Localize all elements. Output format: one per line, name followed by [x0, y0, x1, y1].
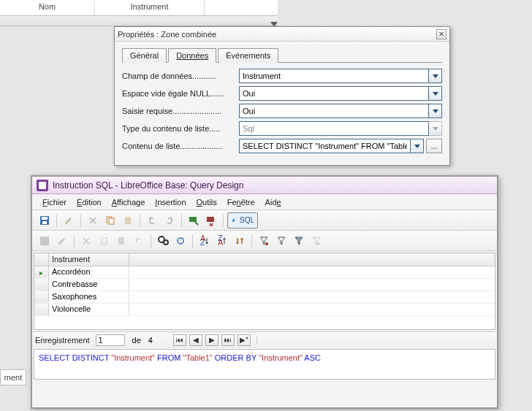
menu-view[interactable]: Affichage	[107, 196, 150, 208]
nav-last-icon[interactable]: ⏭	[221, 334, 235, 346]
col-header-name[interactable]: Nom	[0, 0, 95, 15]
label-data-field: Champ de données...........	[122, 72, 239, 80]
record-total: 4	[148, 336, 170, 345]
label-list-type: Type du contenu de liste.....	[122, 124, 239, 133]
label-empty-null: Espace vide égale NULL......	[122, 89, 239, 98]
nav-divider	[256, 337, 494, 344]
edit-icon	[61, 212, 77, 228]
table-row[interactable]: Contrebasse	[34, 279, 495, 291]
find-icon[interactable]	[155, 233, 171, 249]
app-icon	[37, 180, 48, 191]
menu-edit[interactable]: Édition	[72, 196, 106, 208]
svg-text:Z: Z	[200, 238, 205, 247]
col-header-instrument[interactable]: Instrument	[95, 0, 205, 15]
save-record-icon	[37, 233, 53, 249]
cell-instrument[interactable]: Contrebasse	[49, 279, 129, 291]
query-title: Instruction SQL - LibreOffice Base: Quer…	[53, 180, 243, 191]
close-icon[interactable]: ✕	[436, 29, 446, 39]
column-strip	[0, 16, 278, 26]
svg-rect-4	[109, 218, 114, 224]
properties-window: Propriétés : Zone combinée ✕ Général Don…	[114, 26, 450, 166]
tab-data[interactable]: Données	[168, 48, 216, 63]
required-dropdown[interactable]	[429, 104, 442, 118]
properties-title: Propriétés : Zone combinée	[118, 30, 216, 39]
standard-filter-icon[interactable]	[273, 233, 289, 249]
nav-next-icon[interactable]: ▶	[205, 334, 218, 346]
row-header[interactable]	[34, 291, 49, 303]
nav-new-icon[interactable]: ▶*	[238, 334, 251, 346]
data-field-input[interactable]	[239, 69, 429, 83]
cell-instrument[interactable]: Violoncelle	[49, 304, 129, 315]
table-row[interactable]: Accordéon	[34, 266, 495, 279]
undo2-icon	[131, 233, 147, 249]
cut2-icon	[78, 233, 94, 249]
row-header-corner[interactable]	[34, 253, 49, 266]
table-row[interactable]: Saxophones	[34, 291, 495, 304]
menu-window[interactable]: Fenêtre	[223, 196, 259, 208]
paste2-icon	[113, 233, 129, 249]
menu-tools[interactable]: Outils	[192, 196, 221, 208]
svg-rect-2	[42, 221, 47, 224]
list-content-more-button[interactable]: ...	[426, 139, 442, 153]
list-content-dropdown[interactable]	[411, 139, 424, 153]
nav-first-icon[interactable]: ⏮	[173, 334, 186, 346]
data-field-dropdown[interactable]	[429, 69, 442, 83]
svg-rect-6	[189, 217, 197, 222]
tab-events[interactable]: Événements	[218, 48, 278, 63]
side-tab-fragment[interactable]: ment	[0, 369, 26, 385]
column-header-bar: Nom Instrument	[0, 0, 278, 16]
copy2-icon	[96, 233, 112, 249]
run-query-icon[interactable]	[186, 212, 202, 228]
result-table[interactable]: Instrument AccordéonContrebasseSaxophone…	[34, 253, 495, 330]
record-nav: Enregistrement de 4 ⏮ ◀ ▶ ⏭ ▶*	[32, 331, 497, 347]
menu-help[interactable]: Aide	[261, 196, 286, 208]
table-row[interactable]: Violoncelle	[34, 304, 495, 316]
svg-rect-5	[125, 217, 131, 224]
required-input[interactable]	[239, 104, 429, 118]
svg-point-12	[164, 240, 168, 245]
copy-icon[interactable]	[102, 212, 118, 228]
svg-rect-8	[40, 237, 49, 245]
menu-file[interactable]: Fichier	[38, 196, 71, 208]
menu-insert[interactable]: Insertion	[151, 196, 190, 208]
sort-desc-icon[interactable]: ZA	[214, 233, 230, 249]
svg-rect-7	[207, 217, 214, 222]
svg-rect-9	[102, 238, 107, 244]
list-content-input[interactable]	[239, 139, 411, 153]
clear-query-icon[interactable]	[203, 212, 219, 228]
properties-tabs: Général Données Événements	[122, 47, 442, 63]
svg-rect-10	[118, 237, 124, 245]
list-type-input	[239, 121, 429, 136]
empty-null-input[interactable]	[239, 86, 429, 101]
apply-filter-icon[interactable]	[291, 233, 307, 249]
label-required: Saisie requise......................	[122, 107, 239, 115]
row-header[interactable]	[34, 304, 49, 315]
sql-editor[interactable]: SELECT DISTINCT "Instrument" FROM "Table…	[34, 349, 495, 380]
record-label: Enregistrement	[35, 336, 90, 345]
row-header[interactable]	[34, 279, 49, 291]
properties-titlebar[interactable]: Propriétés : Zone combinée ✕	[115, 27, 449, 42]
sql-view-button[interactable]: SQL	[227, 212, 258, 228]
query-titlebar[interactable]: Instruction SQL - LibreOffice Base: Quer…	[32, 177, 497, 194]
cell-instrument[interactable]: Saxophones	[49, 291, 129, 303]
svg-point-17	[265, 242, 268, 245]
sort-icon[interactable]	[232, 233, 248, 249]
query-design-window: Instruction SQL - LibreOffice Base: Quer…	[31, 175, 498, 409]
sort-asc-icon[interactable]: AZ	[197, 233, 213, 249]
row-header[interactable]	[34, 266, 49, 278]
save-icon[interactable]	[37, 212, 53, 228]
autofilter-icon[interactable]	[256, 233, 272, 249]
result-col-instrument[interactable]: Instrument	[49, 253, 129, 266]
cut-icon	[85, 212, 101, 228]
svg-rect-1	[42, 217, 48, 220]
cell-instrument[interactable]: Accordéon	[49, 266, 129, 278]
record-pos-input[interactable]	[96, 334, 125, 346]
tab-general[interactable]: Général	[122, 48, 167, 63]
refresh-icon[interactable]	[172, 233, 189, 249]
nav-prev-icon[interactable]: ◀	[189, 334, 202, 346]
menubar: Fichier Édition Affichage Insertion Outi…	[32, 194, 497, 210]
undo-icon	[144, 212, 160, 228]
result-header-row: Instrument	[34, 253, 495, 266]
empty-null-dropdown[interactable]	[429, 86, 442, 101]
record-of-label: de	[132, 336, 141, 345]
